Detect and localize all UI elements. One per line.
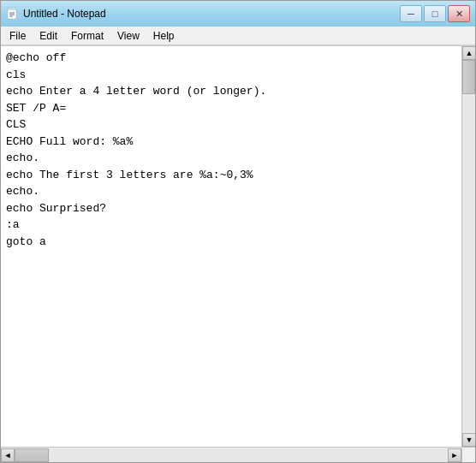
- app-icon: [6, 7, 20, 21]
- scroll-track-h[interactable]: [15, 448, 448, 462]
- scrollbar-corner: [461, 448, 475, 462]
- editor-container: ▲ ▼: [1, 45, 475, 447]
- menu-file[interactable]: File: [3, 28, 33, 44]
- scroll-right-button[interactable]: ►: [448, 448, 461, 462]
- menu-edit[interactable]: Edit: [33, 28, 64, 44]
- scroll-up-button[interactable]: ▲: [462, 46, 475, 60]
- close-button[interactable]: ✕: [448, 5, 470, 22]
- bottom-bar: ◄ ►: [1, 447, 475, 462]
- svg-rect-1: [8, 8, 16, 10]
- notepad-window: Untitled - Notepad ─ □ ✕ File Edit Forma…: [0, 0, 476, 463]
- scroll-down-button[interactable]: ▼: [462, 433, 475, 447]
- scroll-track-v[interactable]: [462, 60, 475, 433]
- maximize-button[interactable]: □: [424, 5, 446, 22]
- text-editor[interactable]: [1, 46, 461, 447]
- menu-view[interactable]: View: [110, 28, 146, 44]
- minimize-button[interactable]: ─: [400, 5, 422, 22]
- scroll-thumb-h[interactable]: [15, 448, 49, 462]
- menu-format[interactable]: Format: [64, 28, 110, 44]
- scroll-left-button[interactable]: ◄: [1, 448, 15, 462]
- vertical-scrollbar[interactable]: ▲ ▼: [461, 46, 475, 447]
- title-bar: Untitled - Notepad ─ □ ✕: [1, 1, 475, 27]
- menu-help[interactable]: Help: [146, 28, 181, 44]
- window-title: Untitled - Notepad: [23, 8, 400, 20]
- menu-bar: File Edit Format View Help: [1, 27, 475, 45]
- window-controls: ─ □ ✕: [400, 5, 470, 22]
- scroll-thumb-v[interactable]: [462, 60, 475, 94]
